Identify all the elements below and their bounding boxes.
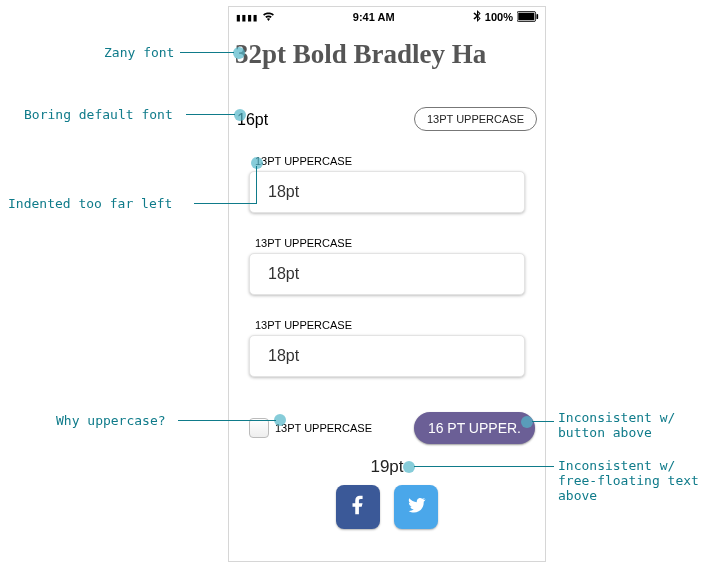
- checkbox-row: 13PT UPPERCASE 16 PT UPPER.: [249, 411, 535, 445]
- annotation-line: [256, 166, 257, 204]
- page-title: 32pt Bold Bradley Ha: [235, 39, 486, 70]
- signal-icon: ▮▮▮▮: [235, 11, 258, 24]
- annotation-boring: Boring default font: [24, 107, 173, 122]
- callout-dot: [234, 109, 246, 121]
- text-input[interactable]: 18pt: [249, 253, 525, 295]
- social-row: [229, 485, 545, 529]
- field-label: 13PT UPPERCASE: [255, 319, 525, 331]
- callout-dot: [521, 416, 533, 428]
- annotation-line: [414, 466, 554, 467]
- annotation-zany: Zany font: [104, 45, 174, 60]
- wifi-icon: [262, 11, 275, 23]
- annotation-why: Why uppercase?: [56, 413, 166, 428]
- field-label: 13PT UPPERCASE: [255, 237, 525, 249]
- status-bar: ▮▮▮▮ 9:41 AM 100%: [229, 7, 545, 27]
- facebook-button[interactable]: [336, 485, 380, 529]
- text-input[interactable]: 18pt: [249, 335, 525, 377]
- callout-dot: [403, 461, 415, 473]
- twitter-icon: [405, 494, 427, 520]
- outline-button[interactable]: 13PT UPPERCASE: [414, 107, 537, 131]
- top-row: 16pt 13PT UPPERCASE: [237, 107, 537, 133]
- annotation-incons-btn: Inconsistent w/ button above: [558, 410, 675, 440]
- annotation-incons-text: Inconsistent w/ free-floating text above: [558, 458, 699, 503]
- field-label: 13PT UPPERCASE: [255, 155, 525, 167]
- svg-rect-1: [518, 12, 534, 20]
- form-group-3: 13PT UPPERCASE 18pt: [249, 319, 525, 377]
- checkbox-label: 13PT UPPERCASE: [275, 422, 372, 434]
- battery-percent: 100%: [485, 11, 513, 23]
- annotation-indent: Indented too far left: [8, 196, 172, 211]
- annotation-line: [532, 421, 554, 422]
- battery-icon: [517, 11, 539, 24]
- free-text: 19pt: [229, 457, 545, 477]
- annotation-line: [186, 114, 235, 115]
- checkbox[interactable]: [249, 418, 269, 438]
- facebook-icon: [347, 494, 369, 520]
- callout-dot: [251, 157, 263, 169]
- primary-button[interactable]: 16 PT UPPER.: [414, 412, 535, 444]
- phone-frame: ▮▮▮▮ 9:41 AM 100% 32pt Bold Bradley Ha 1…: [228, 6, 546, 562]
- svg-rect-2: [536, 13, 538, 18]
- twitter-button[interactable]: [394, 485, 438, 529]
- form-group-2: 13PT UPPERCASE 18pt: [249, 237, 525, 295]
- text-input[interactable]: 18pt: [249, 171, 525, 213]
- annotation-line: [194, 203, 256, 204]
- status-time: 9:41 AM: [275, 11, 473, 23]
- bluetooth-icon: [473, 10, 481, 24]
- annotation-line: [178, 420, 276, 421]
- annotation-line: [180, 52, 234, 53]
- form-group-1: 13PT UPPERCASE 18pt: [249, 155, 525, 213]
- callout-dot: [233, 47, 245, 59]
